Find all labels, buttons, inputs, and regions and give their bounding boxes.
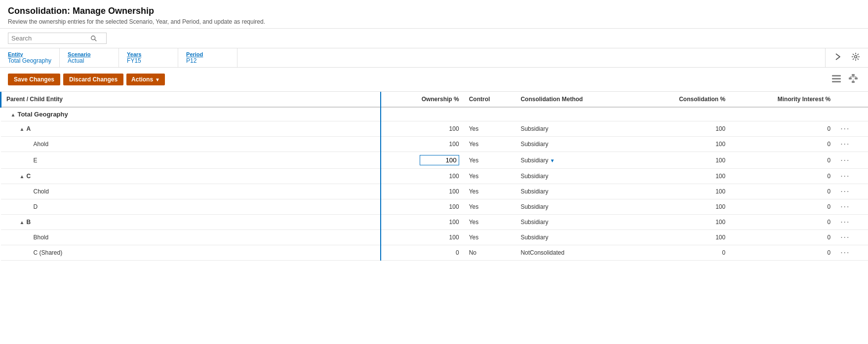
dimension-period[interactable]: Period P12 bbox=[178, 48, 237, 67]
dimension-entity[interactable]: Entity Total Geography bbox=[0, 48, 60, 67]
svg-point-0 bbox=[91, 36, 95, 39]
row-actions-cell[interactable]: ··· bbox=[835, 199, 868, 215]
entity-cell: Bhold bbox=[1, 230, 381, 245]
entity-cell: Chold bbox=[1, 184, 381, 199]
col-ownership: Ownership % bbox=[381, 92, 464, 107]
discard-changes-button[interactable]: Discard Changes bbox=[63, 74, 123, 85]
control-cell: Yes bbox=[464, 230, 516, 245]
svg-rect-7 bbox=[849, 77, 852, 79]
scenario-label[interactable]: Scenario bbox=[68, 51, 111, 57]
table-row: ▲C100YesSubsidiary1000··· bbox=[1, 169, 868, 184]
ownership-cell[interactable] bbox=[381, 152, 464, 169]
ownership-cell: 100 bbox=[381, 199, 464, 215]
table-body: ▲Total Geography▲A100YesSubsidiary1000··… bbox=[1, 107, 868, 261]
search-icon bbox=[90, 35, 97, 42]
collapse-icon: ▲ bbox=[11, 112, 16, 117]
search-box[interactable] bbox=[8, 33, 107, 44]
minority-cell: 0 bbox=[730, 199, 835, 215]
control-cell: Yes bbox=[464, 184, 516, 199]
navigate-right-button[interactable] bbox=[831, 50, 844, 65]
ownership-input[interactable] bbox=[420, 155, 459, 165]
entity-name: ▲Total Geography bbox=[6, 111, 68, 118]
minority-cell: 0 bbox=[730, 215, 835, 230]
row-more-button[interactable]: ··· bbox=[840, 233, 850, 242]
row-more-button[interactable]: ··· bbox=[840, 187, 850, 196]
settings-button[interactable] bbox=[849, 50, 862, 65]
svg-rect-3 bbox=[832, 75, 841, 76]
entity-name: Ahold bbox=[6, 141, 49, 148]
minority-cell: 0 bbox=[730, 121, 835, 137]
row-more-button[interactable]: ··· bbox=[840, 248, 850, 257]
svg-rect-4 bbox=[832, 78, 841, 79]
consol-pct-cell bbox=[636, 107, 731, 121]
minority-cell: 0 bbox=[730, 137, 835, 152]
row-more-button[interactable]: ··· bbox=[840, 172, 850, 181]
page-wrapper: Consolidation: Manage Ownership Review t… bbox=[0, 0, 868, 344]
minority-cell: 0 bbox=[730, 245, 835, 261]
method-cell: Subsidiary bbox=[515, 215, 636, 230]
row-more-button[interactable]: ··· bbox=[840, 218, 850, 227]
entity-value[interactable]: Total Geography bbox=[8, 57, 51, 64]
ownership-cell: 100 bbox=[381, 137, 464, 152]
collapse-icon[interactable]: ▲ bbox=[20, 126, 25, 132]
row-actions-cell[interactable] bbox=[835, 107, 868, 121]
consol-pct-cell: 100 bbox=[636, 184, 731, 199]
period-value[interactable]: P12 bbox=[186, 57, 229, 64]
entity-name: ▲B bbox=[6, 219, 31, 226]
ownership-table: Parent / Child Entity Ownership % Contro… bbox=[0, 92, 868, 261]
row-actions-cell[interactable]: ··· bbox=[835, 215, 868, 230]
control-cell: Yes bbox=[464, 121, 516, 137]
entity-name: Chold bbox=[6, 188, 49, 195]
tree-hierarchy-icon bbox=[848, 74, 858, 83]
row-actions-cell[interactable]: ··· bbox=[835, 245, 868, 261]
col-consol-pct: Consolidation % bbox=[636, 92, 731, 107]
minority-cell bbox=[730, 107, 835, 121]
row-more-button[interactable]: ··· bbox=[840, 140, 850, 149]
row-more-button[interactable]: ··· bbox=[840, 156, 850, 165]
hierarchy-flat-button[interactable] bbox=[829, 72, 843, 87]
col-method: Consolidation Method bbox=[515, 92, 636, 107]
flat-hierarchy-icon bbox=[831, 74, 841, 83]
period-label[interactable]: Period bbox=[186, 51, 229, 57]
search-input[interactable] bbox=[11, 35, 90, 42]
consol-pct-cell: 100 bbox=[636, 215, 731, 230]
row-actions-cell[interactable]: ··· bbox=[835, 121, 868, 137]
row-actions-cell[interactable]: ··· bbox=[835, 184, 868, 199]
table-row: ▲B100YesSubsidiary1000··· bbox=[1, 215, 868, 230]
row-actions-cell[interactable]: ··· bbox=[835, 152, 868, 169]
search-row bbox=[0, 29, 868, 48]
years-label[interactable]: Years bbox=[127, 51, 170, 57]
scenario-value[interactable]: Actual bbox=[68, 57, 111, 64]
consol-pct-cell: 0 bbox=[636, 245, 731, 261]
entity-name: Bhold bbox=[6, 234, 49, 241]
row-more-button[interactable]: ··· bbox=[840, 202, 850, 211]
row-more-button[interactable]: ··· bbox=[840, 124, 850, 133]
control-cell: Yes bbox=[464, 199, 516, 215]
table-row: EYesSubsidiary ▼1000··· bbox=[1, 152, 868, 169]
actions-button[interactable]: Actions ▼ bbox=[126, 74, 165, 85]
dimension-years[interactable]: Years FY15 bbox=[119, 48, 178, 67]
entity-label[interactable]: Entity bbox=[8, 51, 51, 57]
table-row: D100YesSubsidiary1000··· bbox=[1, 199, 868, 215]
page-title: Consolidation: Manage Ownership bbox=[8, 6, 860, 16]
dimension-scenario[interactable]: Scenario Actual bbox=[60, 48, 119, 67]
header: Consolidation: Manage Ownership Review t… bbox=[0, 0, 868, 29]
collapse-icon[interactable]: ▲ bbox=[20, 220, 25, 225]
minority-cell: 0 bbox=[730, 152, 835, 169]
row-actions-cell[interactable]: ··· bbox=[835, 137, 868, 152]
collapse-icon[interactable]: ▲ bbox=[20, 174, 25, 179]
entity-cell: E bbox=[1, 152, 381, 169]
save-changes-button[interactable]: Save Changes bbox=[8, 74, 60, 85]
consol-pct-cell: 100 bbox=[636, 152, 731, 169]
entity-cell: ▲A bbox=[1, 121, 381, 137]
row-actions-cell[interactable]: ··· bbox=[835, 169, 868, 184]
hierarchy-tree-button[interactable] bbox=[846, 72, 860, 87]
dropdown-arrow[interactable]: ▼ bbox=[550, 158, 555, 163]
dimension-row: Entity Total Geography Scenario Actual Y… bbox=[0, 48, 868, 68]
years-value[interactable]: FY15 bbox=[127, 57, 170, 64]
dimension-right-icons bbox=[825, 48, 868, 67]
toolbar-right bbox=[829, 72, 860, 87]
col-minority: Minority Interest % bbox=[730, 92, 835, 107]
method-cell: Subsidiary bbox=[515, 121, 636, 137]
row-actions-cell[interactable]: ··· bbox=[835, 230, 868, 245]
